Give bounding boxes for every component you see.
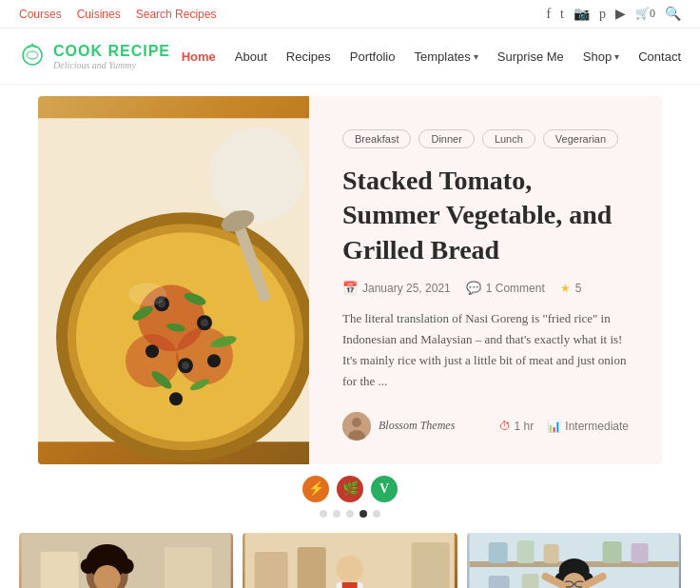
- carousel-dot-4[interactable]: [360, 510, 367, 518]
- cart-icon[interactable]: 🛒0: [635, 7, 655, 21]
- svg-point-3: [209, 127, 304, 223]
- nav-templates[interactable]: Templates ▾: [414, 49, 477, 64]
- svg-point-15: [182, 362, 189, 369]
- twitter-icon[interactable]: t: [560, 7, 564, 22]
- author-meta: ⏱ 1 hr 📊 Intermediate: [499, 420, 629, 433]
- hero-comments: 💬 1 Comment: [466, 281, 545, 295]
- header: COOK RECIPE Delicious and Yummy Home Abo…: [0, 29, 700, 85]
- card-about-bg: [19, 533, 233, 588]
- bottom-cards: About Me: [0, 533, 700, 588]
- card-contact[interactable]: Contact: [467, 533, 681, 588]
- facebook-icon[interactable]: f: [546, 7, 551, 22]
- tag-breakfast[interactable]: Breakfast: [342, 129, 411, 148]
- calendar-icon: 📅: [342, 281, 358, 295]
- nav-shop-link[interactable]: Shop: [583, 49, 612, 64]
- star-icon: ★: [560, 282, 571, 295]
- author-difficulty-text: Intermediate: [565, 420, 629, 433]
- svg-point-17: [207, 354, 221, 367]
- svg-point-38: [81, 559, 96, 574]
- top-link-search[interactable]: Search Recipes: [136, 8, 217, 21]
- search-icon[interactable]: 🔍: [665, 6, 681, 22]
- svg-point-9: [126, 334, 179, 387]
- card-contact-bg: [467, 533, 681, 588]
- hero-author-row: Blossom Themes ⏱ 1 hr 📊 Intermediate: [342, 412, 629, 441]
- svg-rect-50: [255, 552, 288, 588]
- author-name: Blossom Themes: [379, 419, 455, 433]
- shop-dropdown-arrow: ▾: [614, 51, 619, 62]
- hero-date-text: January 25, 2021: [362, 282, 451, 295]
- nav-shop[interactable]: Shop ▾: [583, 49, 619, 64]
- pinterest-icon[interactable]: p: [599, 7, 606, 22]
- instagram-icon[interactable]: 📷: [574, 6, 590, 22]
- diet-badge-vegan: V: [371, 476, 398, 502]
- hero-meta: 📅 January 25, 2021 💬 1 Comment ★ 5: [342, 281, 629, 295]
- svg-rect-72: [521, 574, 538, 588]
- nav-contact[interactable]: Contact: [638, 49, 681, 64]
- youtube-icon[interactable]: ▶: [615, 6, 626, 22]
- logo-text-main: COOK RECIPE: [53, 43, 170, 59]
- hero-image: [38, 96, 309, 464]
- svg-rect-69: [602, 541, 621, 563]
- tag-dinner[interactable]: Dinner: [418, 129, 474, 148]
- carousel-dot-2[interactable]: [333, 510, 340, 518]
- carousel-dot-1[interactable]: [320, 510, 327, 518]
- svg-rect-66: [488, 542, 507, 563]
- svg-rect-68: [543, 544, 558, 563]
- nav-home[interactable]: Home: [182, 49, 216, 64]
- author-time-text: 1 hr: [515, 420, 535, 433]
- svg-point-16: [146, 344, 159, 358]
- carousel-dot-5[interactable]: [373, 510, 380, 518]
- author-difficulty: 📊 Intermediate: [547, 420, 629, 433]
- svg-rect-70: [631, 543, 648, 563]
- card-about-me[interactable]: About Me: [19, 533, 233, 588]
- svg-rect-51: [298, 547, 326, 588]
- hero-rating-text: 5: [575, 282, 582, 295]
- recipe-tags: Breakfast Dinner Lunch Vegerarian: [342, 129, 629, 148]
- logo: COOK RECIPE Delicious and Yummy: [19, 40, 170, 72]
- nav-about[interactable]: About: [235, 49, 267, 64]
- templates-dropdown-arrow: ▾: [474, 51, 478, 62]
- logo-icon: [19, 40, 46, 72]
- carousel-dot-3[interactable]: [346, 510, 354, 518]
- nav-recipes[interactable]: Recipes: [286, 49, 331, 64]
- diet-badges: ⚡ 🌿 V: [0, 476, 700, 502]
- svg-rect-33: [41, 552, 79, 588]
- svg-point-39: [119, 559, 134, 574]
- diet-badge-energy: ⚡: [302, 476, 329, 502]
- author-info: Blossom Themes: [342, 412, 455, 441]
- comment-icon: 💬: [466, 281, 481, 295]
- top-bar: Courses Cuisines Search Recipes f t 📷 p …: [0, 0, 700, 29]
- logo-text-sub: Delicious and Yummy: [53, 60, 170, 70]
- top-link-cuisines[interactable]: Cuisines: [77, 8, 121, 21]
- hero-rating: ★ 5: [560, 282, 582, 295]
- svg-point-1: [27, 51, 38, 59]
- top-bar-icons: f t 📷 p ▶ 🛒0 🔍: [546, 6, 681, 22]
- carousel-dots: [0, 510, 700, 518]
- hero-content: Breakfast Dinner Lunch Vegerarian Stacke…: [309, 96, 662, 464]
- hero-title: Stacked Tomato, Summer Vegetable, and Gr…: [342, 164, 629, 267]
- svg-rect-67: [516, 540, 534, 563]
- nav-portfolio[interactable]: Portfolio: [350, 49, 396, 64]
- nav-templates-link[interactable]: Templates: [414, 49, 470, 64]
- svg-point-13: [201, 319, 208, 326]
- svg-point-27: [128, 283, 166, 305]
- difficulty-icon: 📊: [547, 420, 561, 433]
- hero-section: Breakfast Dinner Lunch Vegerarian Stacke…: [38, 96, 662, 464]
- svg-rect-52: [412, 542, 450, 588]
- nav-surprise[interactable]: Surprise Me: [497, 49, 564, 64]
- tag-vegetarian[interactable]: Vegerarian: [543, 129, 618, 148]
- hero-comments-text: 1 Comment: [486, 282, 545, 295]
- author-time: ⏱ 1 hr: [499, 420, 535, 433]
- top-link-courses[interactable]: Courses: [19, 8, 62, 21]
- svg-point-29: [352, 418, 361, 427]
- tag-lunch[interactable]: Lunch: [482, 129, 535, 148]
- author-avatar: [342, 412, 371, 441]
- main-nav: Home About Recipes Portfolio Templates ▾…: [182, 49, 681, 64]
- hero-date: 📅 January 25, 2021: [342, 281, 451, 295]
- svg-rect-55: [342, 582, 358, 588]
- top-bar-links: Courses Cuisines Search Recipes: [19, 8, 216, 21]
- card-life-foods[interactable]: Life & Foods: [243, 533, 457, 588]
- svg-point-8: [176, 327, 233, 384]
- svg-point-0: [23, 46, 42, 65]
- svg-point-53: [337, 556, 363, 582]
